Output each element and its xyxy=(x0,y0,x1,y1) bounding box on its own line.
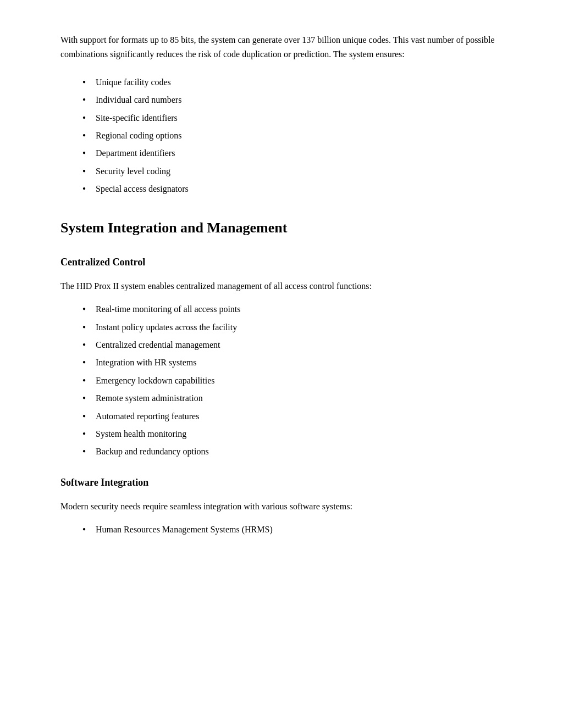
list-item: Real-time monitoring of all access point… xyxy=(82,302,503,316)
software-list: Human Resources Management Systems (HRMS… xyxy=(82,523,503,537)
section-heading-integration: System Integration and Management xyxy=(60,216,503,240)
list-item: Unique facility codes xyxy=(82,75,503,90)
software-paragraph: Modern security needs require seamless i… xyxy=(60,499,503,514)
list-item: Backup and redundancy options xyxy=(82,444,503,459)
list-item: Individual card numbers xyxy=(82,93,503,107)
list-item: System health monitoring xyxy=(82,427,503,441)
subheading-centralized: Centralized Control xyxy=(60,254,503,270)
list-item: Centralized credential management xyxy=(82,338,503,352)
subheading-software: Software Integration xyxy=(60,475,503,491)
list-item: Human Resources Management Systems (HRMS… xyxy=(82,523,503,537)
list-item: Department identifiers xyxy=(82,146,503,160)
list-item: Integration with HR systems xyxy=(82,355,503,370)
list-item: Instant policy updates across the facili… xyxy=(82,320,503,335)
list-item: Remote system administration xyxy=(82,391,503,405)
list-item: Emergency lockdown capabilities xyxy=(82,374,503,388)
page-container: With support for formats up to 85 bits, … xyxy=(0,0,563,583)
list-item: Special access designators xyxy=(82,182,503,196)
list-item: Security level coding xyxy=(82,164,503,179)
ensures-list: Unique facility codesIndividual card num… xyxy=(82,75,503,197)
centralized-list: Real-time monitoring of all access point… xyxy=(82,302,503,459)
list-item: Automated reporting features xyxy=(82,409,503,424)
list-item: Site-specific identifiers xyxy=(82,111,503,125)
intro-paragraph: With support for formats up to 85 bits, … xyxy=(60,33,503,62)
centralized-paragraph: The HID Prox II system enables centraliz… xyxy=(60,279,503,293)
list-item: Regional coding options xyxy=(82,129,503,143)
